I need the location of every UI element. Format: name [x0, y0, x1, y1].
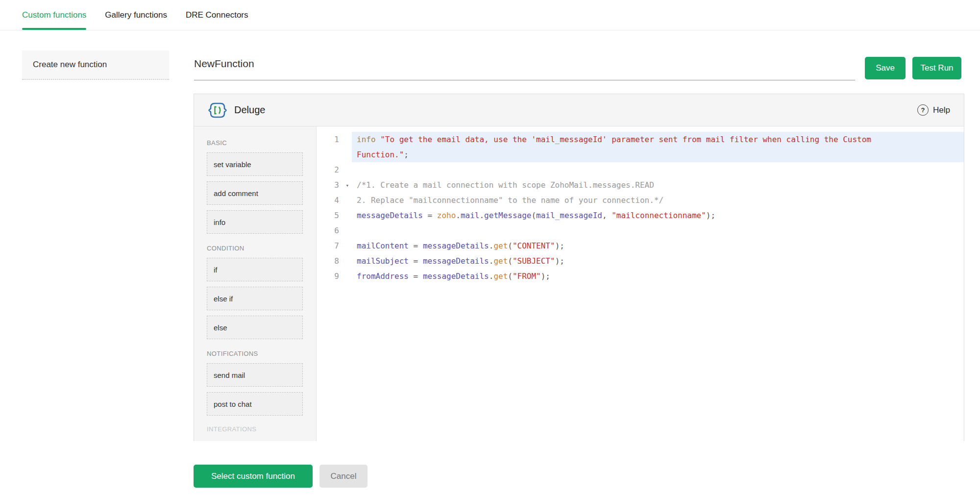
fold-arrow-icon[interactable]: ▾ — [345, 178, 349, 193]
line-number: 3▾ — [317, 177, 352, 193]
tab-custom-functions[interactable]: Custom functions — [22, 0, 86, 30]
code-line[interactable]: 2. Replace "mailconnectionname" to the n… — [352, 193, 964, 208]
line-number: 2 — [317, 162, 352, 177]
line-number: 9 — [317, 269, 352, 284]
deluge-editor-panel: Deluge ? Help BASICset variableadd comme… — [194, 94, 964, 441]
tool-set-variable[interactable]: set variable — [207, 152, 303, 176]
test-run-button[interactable]: Test Run — [912, 57, 961, 79]
function-name-underline — [194, 80, 855, 80]
line-number: 1 — [317, 132, 352, 162]
tools-section-label: CONDITION — [207, 245, 316, 252]
help-icon: ? — [917, 104, 929, 116]
tool-else-if[interactable]: else if — [207, 287, 303, 310]
code-line[interactable]: messageDetails = zoho.mail.getMessage(ma… — [352, 208, 964, 223]
line-number: 4 — [317, 193, 352, 208]
tools-section-label: NOTIFICATIONS — [207, 350, 316, 357]
create-new-function-button[interactable]: Create new function — [22, 50, 169, 80]
code-line[interactable]: mailContent = messageDetails.get("CONTEN… — [352, 238, 964, 253]
code-line[interactable] — [352, 223, 964, 238]
tools-section-label: BASIC — [207, 139, 316, 147]
cancel-button[interactable]: Cancel — [319, 465, 368, 488]
tools-panel: BASICset variableadd commentinfoCONDITIO… — [194, 126, 317, 441]
editor-body: BASICset variableadd commentinfoCONDITIO… — [194, 126, 964, 441]
code-line[interactable]: fromAddress = messageDetails.get("FROM")… — [352, 269, 964, 284]
code-line[interactable]: info "To get the email data, use the 'ma… — [352, 132, 964, 162]
tool-info[interactable]: info — [207, 210, 303, 234]
code-lines: 1info "To get the email data, use the 'm… — [317, 126, 964, 441]
tool-post-to-chat[interactable]: post to chat — [207, 392, 303, 416]
tool-send-mail[interactable]: send mail — [207, 363, 303, 387]
tools-section-label: INTEGRATIONS — [207, 425, 316, 433]
tab-gallery-functions[interactable]: Gallery functions — [105, 0, 167, 30]
line-number: 7 — [317, 238, 352, 253]
line-number: 8 — [317, 253, 352, 269]
line-number: 6 — [317, 223, 352, 238]
code-line[interactable] — [352, 162, 964, 177]
line-number: 5 — [317, 208, 352, 223]
save-button[interactable]: Save — [865, 57, 906, 79]
tool-if[interactable]: if — [207, 258, 303, 281]
editor-header: Deluge ? Help — [194, 94, 964, 126]
tool-add-comment[interactable]: add comment — [207, 181, 303, 205]
code-line[interactable]: mailSubject = messageDetails.get("SUBJEC… — [352, 253, 964, 269]
tab-dre-connectors[interactable]: DRE Connectors — [186, 0, 248, 30]
help-label: Help — [933, 105, 950, 115]
help-link[interactable]: ? Help — [917, 104, 950, 116]
deluge-logo-icon — [208, 100, 227, 120]
top-tab-bar: Custom functions Gallery functions DRE C… — [0, 0, 980, 30]
code-line[interactable]: /*1. Create a mail connection with scope… — [352, 177, 964, 193]
page: Custom functions Gallery functions DRE C… — [0, 0, 980, 496]
editor-title: Deluge — [234, 104, 265, 116]
tool-else[interactable]: else — [207, 316, 303, 339]
function-name-input[interactable]: NewFunction — [194, 58, 254, 70]
select-custom-function-button[interactable]: Select custom function — [194, 465, 313, 488]
